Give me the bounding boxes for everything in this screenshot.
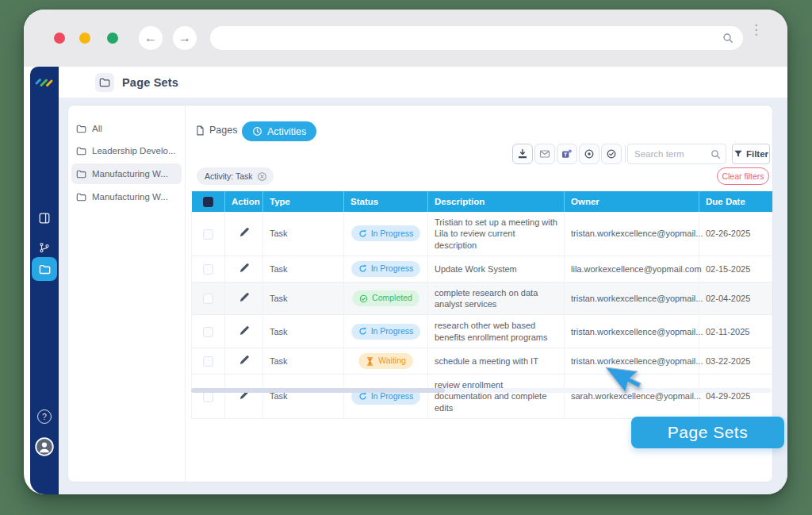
sidebar-item-page-sets[interactable] — [32, 257, 57, 281]
filter-funnel-icon — [733, 149, 743, 159]
folder-list-item-manufacturing-2[interactable]: Manufacturing W... — [71, 186, 182, 207]
search-field[interactable] — [627, 144, 726, 164]
activities-table: Action Type Status Description Owner Due… — [191, 191, 772, 419]
back-arrow-icon: ← — [144, 31, 157, 45]
help-icon[interactable]: ? — [37, 409, 52, 424]
edit-pencil-icon[interactable] — [239, 227, 249, 237]
maximize-window-button[interactable] — [107, 33, 118, 44]
tab-activities-label: Activities — [267, 126, 306, 137]
description-cell: review enrollment documentation and comp… — [428, 375, 565, 419]
folder-list-label: Manufacturing W... — [92, 169, 168, 179]
row-checkbox[interactable] — [203, 264, 213, 275]
filter-chip-label: Activity: Task — [205, 171, 253, 181]
back-button[interactable]: ← — [139, 26, 163, 50]
status-badge: Completed — [352, 290, 419, 306]
folder-list-item-leadership[interactable]: Leadership Develo... — [71, 140, 182, 161]
folder-list-item-all[interactable]: All — [71, 118, 182, 139]
refresh-icon — [358, 229, 367, 238]
column-header-due-date: Due Date — [699, 191, 772, 212]
folder-icon — [76, 170, 86, 179]
folder-list-label: All — [92, 124, 102, 133]
filter-chip-activity-task[interactable]: Activity: Task — [197, 167, 274, 185]
search-input[interactable] — [633, 148, 710, 159]
due-date-cell: 03-22-2025 — [699, 348, 772, 375]
row-checkbox[interactable] — [203, 392, 213, 402]
status-label: In Progress — [371, 326, 414, 337]
record-button[interactable] — [579, 144, 599, 164]
refresh-icon — [358, 327, 367, 336]
page-header: Page Sets — [59, 67, 787, 98]
browser-menu-button[interactable]: ⋮ — [749, 22, 762, 38]
page-sets-tooltip-label: Page Sets — [668, 423, 748, 442]
document-icon — [195, 125, 205, 136]
edit-pencil-icon[interactable] — [239, 263, 249, 273]
status-label: In Progress — [371, 263, 414, 275]
status-badge: In Progress — [351, 261, 421, 277]
horizontal-scrollbar[interactable] — [191, 388, 772, 393]
panel-divider — [185, 106, 186, 482]
clear-filters-label: Clear filters — [722, 171, 764, 181]
row-checkbox[interactable] — [203, 229, 213, 240]
description-cell: complete research on data analyst servic… — [428, 282, 565, 315]
search-icon — [710, 149, 721, 159]
record-icon — [584, 148, 595, 159]
description-cell: Update Work System — [428, 256, 565, 282]
toolbar-divider — [625, 145, 626, 163]
edit-pencil-icon[interactable] — [239, 325, 249, 336]
app-sidebar: ? — [30, 67, 59, 494]
download-icon — [517, 148, 528, 159]
tab-pages[interactable]: Pages — [195, 125, 237, 136]
table-row: Task In Progress research other web base… — [192, 315, 772, 348]
column-header-action: Action — [225, 191, 263, 212]
mail-button[interactable] — [534, 144, 555, 164]
forward-arrow-icon: → — [178, 31, 191, 45]
branch-icon[interactable] — [39, 242, 50, 253]
teams-icon — [561, 148, 573, 159]
clear-filters-button[interactable]: Clear filters — [717, 167, 769, 185]
type-cell: Task — [263, 212, 344, 256]
refresh-icon — [358, 392, 367, 401]
filter-button[interactable]: Filter — [732, 144, 770, 164]
folder-icon — [76, 147, 86, 156]
row-checkbox[interactable] — [203, 294, 213, 304]
layout-icon[interactable] — [39, 213, 50, 224]
check-circle-icon — [606, 148, 617, 159]
owner-cell: tristan.workexcellence@yopmail... — [565, 282, 699, 315]
close-icon[interactable] — [257, 171, 267, 182]
avatar[interactable] — [35, 437, 54, 456]
edit-pencil-icon[interactable] — [239, 355, 249, 365]
approve-button[interactable] — [601, 144, 622, 164]
table-row: Task Waiting schedule a meeting with IT … — [192, 348, 772, 375]
teams-button[interactable] — [557, 144, 577, 164]
address-bar[interactable] — [210, 26, 743, 50]
description-cell: schedule a meeting with IT — [428, 348, 565, 375]
due-date-cell: 02-26-2025 — [699, 212, 772, 256]
clock-icon — [252, 126, 262, 136]
owner-cell: sarah.workexcellence@yopmail... — [565, 375, 699, 419]
edit-pencil-icon[interactable] — [239, 292, 249, 302]
scrollbar-thumb[interactable] — [191, 388, 445, 393]
table-row: Task In Progress Tristian to set up a me… — [192, 212, 772, 256]
folder-icon — [76, 125, 86, 133]
due-date-cell: 02-04-2025 — [699, 282, 772, 315]
row-checkbox[interactable] — [203, 327, 213, 337]
row-checkbox[interactable] — [203, 356, 213, 367]
due-date-cell: 02-11-2025 — [699, 315, 772, 348]
owner-cell: tristan.workexcellence@yopmail... — [565, 348, 699, 375]
minimize-window-button[interactable] — [79, 33, 90, 44]
page-sets-tooltip-button[interactable]: Page Sets — [631, 417, 784, 448]
help-glyph: ? — [42, 413, 47, 421]
tab-activities[interactable]: Activities — [242, 121, 316, 141]
folder-list-item-manufacturing-1[interactable]: Manufacturing W... — [71, 163, 182, 184]
mail-icon — [539, 148, 550, 159]
type-cell: Task — [263, 256, 344, 282]
status-label: In Progress — [371, 229, 414, 240]
forward-button[interactable]: → — [173, 26, 197, 50]
table-row: Task In Progress Update Work System lila… — [192, 256, 772, 282]
refresh-icon — [358, 264, 367, 273]
select-all-checkbox[interactable] — [203, 197, 213, 207]
download-button[interactable] — [512, 144, 533, 164]
logo-slashes-icon[interactable] — [34, 73, 55, 92]
status-label: Completed — [372, 293, 412, 304]
close-window-button[interactable] — [54, 33, 65, 44]
